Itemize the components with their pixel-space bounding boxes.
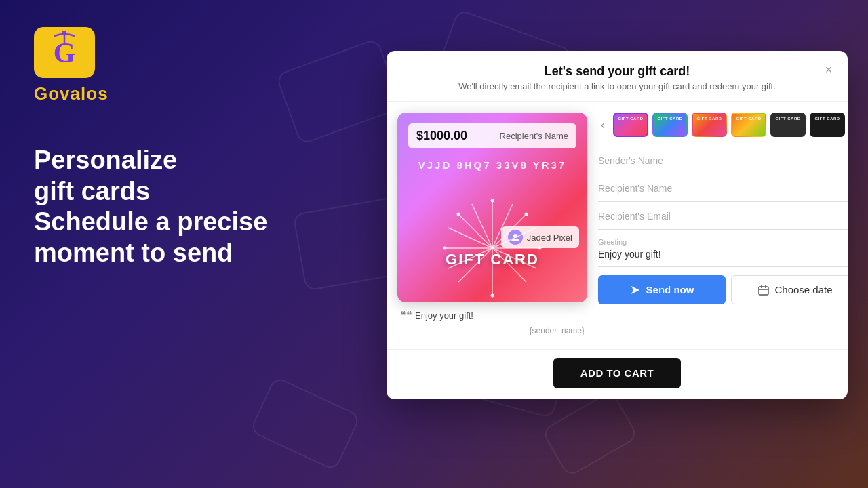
thumb-label-1: GIFT CARD [614,117,647,121]
send-buttons: Send now Choose date [598,275,848,304]
svg-line-7 [458,214,492,248]
add-to-cart-button[interactable]: ADD TO CART [553,358,682,388]
thumbnail-item-3[interactable]: GIFT CARD [692,113,727,137]
logo-text: Govalos [34,83,108,104]
thumb-label-5: GIFT CARD [772,117,804,121]
tagline-line2: gift cards [34,176,305,207]
card-label: GIFT CARD [446,251,539,268]
card-code: VJJD 8HQ7 33V8 YR37 [408,159,576,171]
card-amount: $1000.00 [416,129,467,143]
tagline-line3: Schedule a precise [34,207,305,238]
modal-header: Let's send your gift card! We'll directl… [387,51,848,102]
card-greeting-display: ❝❝ Enjoy your gift! [400,309,585,322]
thumbnail-item-4[interactable]: GIFT CARD [731,113,766,137]
send-now-label: Send now [646,284,694,296]
thumb-label-4: GIFT CARD [732,117,765,121]
thumb-label-3: GIFT CARD [693,117,726,121]
svg-line-13 [448,228,492,248]
thumb-label-2: GIFT CARD [654,117,686,121]
greeting-display-text: Enjoy your gift! [415,310,473,321]
greeting-value[interactable]: Enjoy your gift! [598,249,848,260]
recipient-email-input[interactable] [598,211,848,222]
close-button[interactable]: × [821,62,837,78]
logo-ribbon-icon [51,30,78,45]
thumbnails-list: GIFT CARD GIFT CARD GIFT CARD GIFT CARD … [613,113,845,137]
quote-icon: ❝❝ [400,309,412,322]
modal-footer: ADD TO CART [387,349,848,399]
recipient-email-field [598,203,848,230]
svg-point-20 [525,213,528,216]
recipient-name-input[interactable] [598,183,848,194]
modal-dialog: Let's send your gift card! We'll directl… [387,51,848,399]
sender-name-field [598,148,848,174]
tagline-line4: moment to send [34,238,305,269]
card-sender-placeholder: {sender_name} [400,326,585,336]
svg-line-10 [492,204,513,248]
card-preview-section: $1000.00 Recipient's Name VJJD 8HQ7 33V8… [397,113,587,338]
thumb-label-6: GIFT CARD [811,117,844,121]
card-bottom-info: ❝❝ Enjoy your gift! {sender_name} [397,302,587,338]
greeting-section: Greeting Enjoy your gift! [598,231,848,267]
svg-point-19 [538,247,542,250]
recipient-name-field [598,176,848,202]
svg-point-21 [457,213,460,216]
card-recipient-name-label: Recipient's Name [500,131,568,141]
form-section: ‹ GIFT CARD GIFT CARD GIFT CARD GIFT CAR… [598,113,848,338]
tagline-line1: Personalize [34,145,305,176]
modal-title: Let's send your gift card! [403,64,831,79]
svg-rect-22 [759,287,768,295]
choose-date-button[interactable]: Choose date [731,275,848,304]
svg-point-17 [491,294,494,298]
thumbnail-item-6[interactable]: GIFT CARD [810,113,845,137]
logo-icon: G [34,27,95,78]
modal-body: $1000.00 Recipient's Name VJJD 8HQ7 33V8… [387,102,848,349]
calendar-icon [758,285,769,296]
card-top-row: $1000.00 Recipient's Name [408,123,576,148]
modal-subtitle: We'll directly email the recipient a lin… [403,81,831,92]
svg-point-16 [491,199,494,203]
firework-decoration [397,180,587,302]
send-now-button[interactable]: Send now [598,275,726,304]
greeting-label: Greeting [598,238,848,246]
tagline: Personalize gift cards Schedule a precis… [34,145,305,268]
svg-point-18 [443,247,447,250]
logo-container: G Govalos [34,27,305,104]
thumbnail-prev-button[interactable]: ‹ [598,118,608,132]
thumbnail-item-1[interactable]: GIFT CARD [613,113,648,137]
thumbnail-item-2[interactable]: GIFT CARD [652,113,688,137]
choose-date-label: Choose date [774,284,832,296]
send-icon [630,285,641,296]
svg-line-12 [492,228,536,248]
sender-name-input[interactable] [598,155,848,166]
left-panel: G Govalos Personalize gift cards Schedul… [0,0,339,488]
gift-card-preview: $1000.00 Recipient's Name VJJD 8HQ7 33V8… [397,113,587,302]
thumbnail-item-5[interactable]: GIFT CARD [770,113,806,137]
svg-line-6 [492,214,526,248]
thumbnails-row: ‹ GIFT CARD GIFT CARD GIFT CARD GIFT CAR… [598,113,848,137]
svg-line-11 [472,204,492,248]
